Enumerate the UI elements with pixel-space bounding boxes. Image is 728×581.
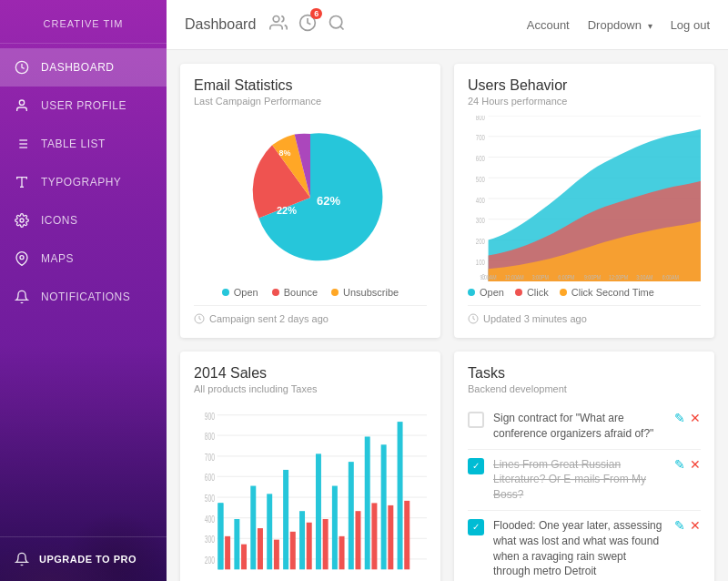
sales-title: 2014 Sales <box>194 365 427 382</box>
svg-point-1 <box>19 100 24 105</box>
svg-text:8%: 8% <box>278 148 290 158</box>
task-delete-3[interactable]: ✕ <box>690 518 701 533</box>
task-edit-1[interactable]: ✎ <box>674 411 685 425</box>
legend-unsubscribe: Unsubscribe <box>331 287 399 298</box>
task-item: ✓ Lines From Great Russian Literature? O… <box>468 450 701 511</box>
sidebar-item-dashboard[interactable]: Dashboard <box>0 48 167 87</box>
search-icon[interactable] <box>328 14 346 36</box>
gear-icon <box>14 212 30 229</box>
legend-click-second-area: Click Second Time <box>560 287 654 298</box>
sidebar-item-maps[interactable]: Maps <box>0 240 167 278</box>
sidebar-item-label: Typography <box>41 176 121 189</box>
svg-rect-76 <box>241 545 247 570</box>
logout-link[interactable]: Log out <box>671 18 710 32</box>
task-text-2: Lines From Great Russian Literature? Or … <box>493 457 665 503</box>
task-checkbox-2[interactable]: ✓ <box>468 458 484 474</box>
svg-text:3:00PM: 3:00PM <box>532 273 549 280</box>
svg-rect-69 <box>316 454 321 569</box>
svg-text:9:00PM: 9:00PM <box>584 273 601 280</box>
click-second-dot <box>560 289 567 296</box>
email-stats-footer: Campaign sent 2 days ago <box>194 305 427 324</box>
email-stats-subtitle: Last Campaign Performance <box>194 96 427 107</box>
svg-rect-71 <box>349 462 354 569</box>
svg-text:22%: 22% <box>277 205 297 216</box>
svg-text:800: 800 <box>205 432 216 443</box>
dropdown-arrow-icon: ▾ <box>648 21 652 31</box>
users-behavior-footer: Updated 3 minutes ago <box>468 305 701 324</box>
svg-text:600: 600 <box>476 154 485 164</box>
svg-rect-77 <box>258 528 263 569</box>
svg-rect-79 <box>290 532 296 569</box>
pin-icon <box>14 250 30 267</box>
sidebar: CREATIVE TIM Dashboard User Profile Tabl… <box>0 0 167 581</box>
svg-rect-65 <box>250 486 256 570</box>
task-actions-1: ✎ ✕ <box>674 411 701 425</box>
tasks-card: Tasks Backend development Sign contract … <box>454 352 714 581</box>
notification-icon[interactable]: 6 <box>298 14 317 36</box>
sidebar-item-label: Dashboard <box>41 61 115 74</box>
bell-icon <box>14 551 30 567</box>
svg-text:12:00PM: 12:00PM <box>609 273 628 280</box>
svg-rect-80 <box>307 523 312 570</box>
bounce-dot <box>272 289 279 296</box>
svg-rect-81 <box>323 519 329 569</box>
sidebar-item-label: Icons <box>41 214 78 227</box>
sidebar-nav: Dashboard User Profile Table List Typogr… <box>0 44 167 536</box>
sidebar-upgrade-button[interactable]: Upgrade to Pro <box>0 536 167 581</box>
legend-bounce: Bounce <box>272 287 318 298</box>
bar-chart-container: 900 800 700 600 500 400 300 200 <box>194 403 427 581</box>
svg-rect-82 <box>339 536 345 569</box>
svg-text:700: 700 <box>205 453 216 464</box>
svg-rect-74 <box>398 422 403 569</box>
svg-rect-72 <box>365 436 370 569</box>
task-edit-2[interactable]: ✎ <box>674 457 685 472</box>
svg-text:300: 300 <box>205 535 216 545</box>
svg-text:100: 100 <box>476 258 485 268</box>
task-actions-3: ✎ ✕ <box>674 518 701 533</box>
dropdown-link[interactable]: Dropdown ▾ <box>588 18 652 32</box>
email-stats-title: Email Statistics <box>194 77 427 94</box>
sidebar-item-notifications[interactable]: Notifications <box>0 278 167 316</box>
svg-rect-68 <box>299 511 305 569</box>
sidebar-item-icons[interactable]: Icons <box>0 201 167 240</box>
task-edit-3[interactable]: ✎ <box>674 518 685 533</box>
svg-text:400: 400 <box>205 514 216 525</box>
account-link[interactable]: Account <box>527 18 570 32</box>
task-checkbox-1[interactable] <box>468 412 484 428</box>
svg-text:12:00AM: 12:00AM <box>505 273 524 280</box>
sidebar-item-typography[interactable]: Typography <box>0 163 167 201</box>
sales-subtitle: All products including Taxes <box>194 383 427 394</box>
sidebar-item-table-list[interactable]: Table List <box>0 125 167 163</box>
pie-chart-container: 62% 22% 8% <box>194 116 427 280</box>
task-actions-2: ✎ ✕ <box>674 457 701 472</box>
svg-point-11 <box>20 256 24 260</box>
legend-open: Open <box>222 287 258 298</box>
svg-rect-66 <box>267 494 272 569</box>
page-title: Dashboard <box>185 16 256 33</box>
task-text-3: Flooded: One year later, assessing what … <box>493 518 665 579</box>
notification-badge: 6 <box>310 8 322 19</box>
svg-rect-64 <box>234 519 239 569</box>
email-statistics-card: Email Statistics Last Campaign Performan… <box>180 64 440 338</box>
svg-rect-84 <box>371 503 377 569</box>
svg-text:200: 200 <box>205 556 216 566</box>
task-delete-1[interactable]: ✕ <box>690 411 701 425</box>
svg-text:6:00AM: 6:00AM <box>662 273 679 280</box>
svg-text:3:00AM: 3:00AM <box>636 273 652 280</box>
sidebar-item-user-profile[interactable]: User Profile <box>0 87 167 125</box>
bell-icon <box>14 289 30 305</box>
area-legend: Open Click Click Second Time <box>468 287 701 298</box>
svg-point-10 <box>20 219 24 222</box>
topbar-icons: 6 <box>269 14 346 36</box>
svg-text:300: 300 <box>476 216 485 226</box>
task-delete-2[interactable]: ✕ <box>690 457 701 472</box>
svg-text:400: 400 <box>476 195 485 205</box>
svg-text:800: 800 <box>476 116 485 122</box>
svg-text:700: 700 <box>476 133 485 143</box>
unsubscribe-dot <box>331 289 339 296</box>
people-icon[interactable] <box>269 14 288 36</box>
task-checkbox-3[interactable]: ✓ <box>468 519 484 535</box>
open-area-dot <box>468 289 475 296</box>
svg-text:9:00AM: 9:00AM <box>480 273 497 280</box>
legend-open-area: Open <box>468 287 504 298</box>
